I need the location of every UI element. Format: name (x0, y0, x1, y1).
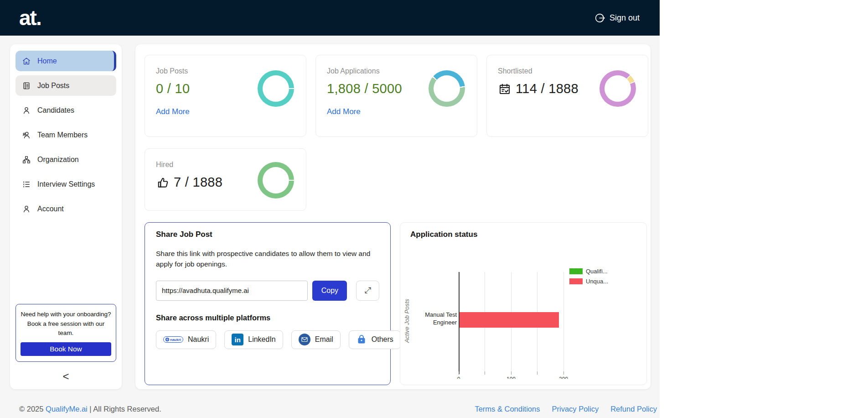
share-link-input[interactable] (156, 281, 308, 301)
x-tick-label: 200 (559, 376, 568, 379)
sidebar-item-home[interactable]: Home (16, 51, 116, 71)
add-more-link[interactable]: Add More (156, 107, 190, 116)
chart-legend: Qualifi... Unqua... (569, 268, 608, 285)
footer: © 2025 QualifyMe.ai | All Rights Reserve… (0, 400, 660, 418)
share-card-description: Share this link with prospective candida… (156, 248, 371, 270)
x-tick-mark (485, 371, 485, 375)
sidebar-item-candidates[interactable]: Candidates (16, 100, 116, 120)
gridline (563, 272, 564, 371)
share-job-post-card: Share Job Post Share this link with pros… (145, 222, 391, 385)
stat-value: 7 / 1888 (174, 175, 222, 190)
job-posts-donut-chart (258, 70, 294, 107)
naukri-icon: naukri (163, 336, 183, 343)
team-members-icon (22, 131, 31, 140)
qualifyme-brand-link[interactable]: QualifyMe.ai (46, 405, 88, 413)
sidebar-item-account[interactable]: Account (16, 199, 116, 219)
sidebar-item-label: Job Posts (37, 82, 69, 90)
sidebar-item-label: Interview Settings (37, 180, 95, 188)
sidebar-item-organization[interactable]: Organization (16, 149, 116, 170)
x-tick-mark (563, 371, 564, 375)
application-status-chart: Manual Test Engineer Active Job Posts 0 … (400, 223, 646, 385)
shortlisted-donut-chart (599, 70, 636, 107)
platform-label: Email (315, 335, 333, 344)
platform-label: Naukri (188, 335, 209, 344)
x-tick-mark (511, 371, 512, 375)
book-now-button[interactable]: Book Now (21, 342, 111, 356)
sidebar-item-interview-settings[interactable]: Interview Settings (16, 174, 116, 194)
sidebar-item-team-members[interactable]: Team Members (16, 125, 116, 145)
share-others-button[interactable]: Others (349, 330, 401, 349)
sidebar-item-label: Candidates (37, 106, 74, 115)
platform-label: LinkedIn (248, 335, 276, 344)
sidebar-item-label: Organization (37, 156, 79, 164)
sign-out-label: Sign out (610, 13, 640, 23)
stat-card-job-applications: Job Applications 1,808 / 5000 Add More (315, 55, 477, 137)
platform-buttons-row: naukri Naukri in LinkedIn Email (156, 330, 379, 349)
sign-out-icon (594, 13, 605, 23)
unqualified-swatch (569, 278, 583, 284)
stat-value: 0 / 10 (156, 81, 190, 96)
application-status-card: Application status Manual Test Engineer (400, 222, 647, 385)
job-posts-icon (22, 81, 31, 90)
terms-conditions-link[interactable]: Terms & Conditions (475, 405, 540, 413)
sign-out-button[interactable]: Sign out (594, 13, 640, 23)
x-tick-mark (537, 371, 537, 375)
legend-label: Unqua... (586, 278, 608, 285)
add-more-link[interactable]: Add More (327, 107, 361, 116)
sidebar-collapse-button[interactable]: < (62, 371, 69, 382)
sidebar-item-label: Home (37, 57, 57, 65)
email-icon (299, 334, 310, 345)
qualified-swatch (569, 268, 583, 274)
share-naukri-button[interactable]: naukri Naukri (156, 330, 216, 349)
sidebar-item-job-posts[interactable]: Job Posts (16, 75, 116, 96)
x-tick-label: 0 (457, 376, 460, 379)
stat-card-shortlisted: Shortlisted 114 / 1888 (486, 55, 648, 137)
organization-icon (22, 155, 31, 164)
stat-value: 1,808 / 5000 (327, 81, 402, 96)
sidebar-item-label: Team Members (37, 131, 88, 139)
legend-label: Qualifi... (586, 268, 608, 275)
main-panel: Job Posts 0 / 10 Add More Job Applicatio… (135, 44, 651, 389)
copy-button[interactable]: Copy (312, 281, 347, 301)
share-linkedin-button[interactable]: in LinkedIn (224, 330, 283, 349)
others-icon (356, 334, 367, 345)
calendar-check-icon (498, 82, 512, 96)
share-card-title: Share Job Post (156, 230, 379, 239)
brand-logo: at. (19, 7, 41, 28)
platform-label: Others (372, 335, 393, 344)
x-tick-mark (459, 371, 459, 375)
stat-card-job-posts: Job Posts 0 / 10 Add More (145, 55, 306, 137)
stat-value: 114 / 1888 (516, 81, 579, 96)
legend-item-qualified[interactable]: Qualifi... (569, 268, 608, 275)
legend-item-unqualified[interactable]: Unqua... (569, 278, 608, 285)
x-tick-label: 100 (506, 376, 516, 379)
interview-settings-icon (22, 180, 31, 189)
account-icon (22, 204, 31, 214)
y-axis-label: Active Job Posts (403, 299, 410, 343)
onboarding-help-text: Need help with your onboarding? Book a f… (21, 310, 111, 338)
refund-policy-link[interactable]: Refund Policy (610, 405, 657, 413)
stat-card-hired: Hired 7 / 1888 (145, 148, 306, 211)
candidates-icon (22, 106, 31, 115)
top-bar: at. Sign out (0, 0, 660, 36)
unqualified-bar[interactable] (460, 312, 559, 328)
footer-links: Terms & Conditions Privacy Policy Refund… (475, 405, 657, 413)
x-tick-labels: 0 100 200 (400, 376, 646, 379)
home-icon (22, 57, 31, 66)
app-window: at. Sign out Home Job Posts Candidates (0, 0, 660, 418)
sidebar-item-label: Account (37, 205, 64, 213)
copyright-text: © 2025 QualifyMe.ai | All Rights Reserve… (19, 405, 161, 413)
sidebar: Home Job Posts Candidates Team Members O… (10, 44, 122, 389)
share-email-button[interactable]: Email (291, 330, 341, 349)
onboarding-help-box: Need help with your onboarding? Book a f… (16, 304, 116, 362)
naukri-dot-icon (165, 338, 169, 341)
job-applications-donut-chart (429, 70, 465, 107)
category-label: Manual Test Engineer (418, 311, 457, 327)
hired-donut-chart (258, 162, 294, 199)
expand-icon[interactable]: ⤢ (356, 281, 379, 301)
thumbs-up-icon (156, 176, 170, 189)
linkedin-icon: in (232, 334, 243, 345)
share-platforms-subtitle: Share across multiple platforms (156, 314, 379, 322)
privacy-policy-link[interactable]: Privacy Policy (552, 405, 599, 413)
